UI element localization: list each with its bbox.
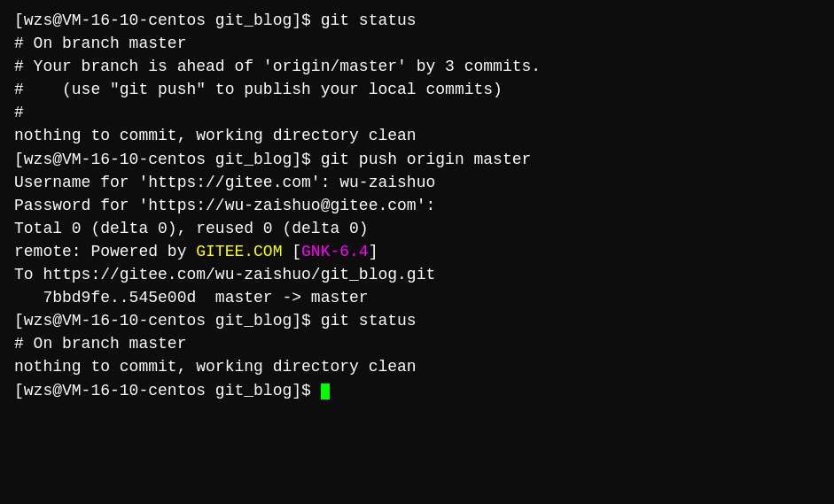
terminal-line: # On branch master [14,32,820,55]
terminal-text: # [14,104,24,121]
terminal-line: [wzs@VM-16-10-centos git_blog]$ git stat… [14,309,820,332]
terminal-line: # Your branch is ahead of 'origin/master… [14,55,820,78]
terminal-text: remote: Powered by [14,243,196,260]
terminal-text: Total 0 (delta 0), reused 0 (delta 0) [14,220,369,237]
terminal-text: Password for 'https://wu-zaishuo@gitee.c… [14,197,435,214]
terminal-text: [ [282,243,301,260]
terminal-text: [wzs@VM-16-10-centos git_blog]$ git stat… [14,312,417,330]
terminal-text: ] [369,243,378,260]
terminal-line: Username for 'https://gitee.com': wu-zai… [14,171,820,194]
terminal-text: # On branch master [14,335,186,353]
terminal-line: [wzs@VM-16-10-centos git_blog]$ git push… [14,148,820,171]
terminal-text: GITEE.COM [196,243,282,260]
terminal-line: # [14,101,820,124]
terminal-text: GNK-6.4 [301,243,369,260]
terminal-text: # (use "git push" to publish your local … [14,81,503,98]
terminal-line: Total 0 (delta 0), reused 0 (delta 0) [14,217,820,240]
terminal-line: To https://gitee.com/wu-zaishuo/git_blog… [14,263,820,286]
terminal-text: # On branch master [14,35,186,52]
terminal-cursor [321,384,330,399]
terminal-text: Username for 'https://gitee.com': wu-zai… [14,174,435,191]
terminal-line: 7bbd9fe..545e00d master -> master [14,286,820,309]
terminal-line: [wzs@VM-16-10-centos git_blog]$ git stat… [14,9,820,32]
terminal-text: [wzs@VM-16-10-centos git_blog]$ git push… [14,151,531,168]
terminal-text: [wzs@VM-16-10-centos git_blog]$ [14,382,321,399]
terminal-line: [wzs@VM-16-10-centos git_blog]$ [14,379,820,402]
terminal-text: To https://gitee.com/wu-zaishuo/git_blog… [14,266,435,283]
terminal-line: Password for 'https://wu-zaishuo@gitee.c… [14,194,820,217]
terminal-text: nothing to commit, working directory cle… [14,358,417,376]
terminal-line: # On branch master [14,332,820,355]
terminal-text: 7bbd9fe..545e00d master -> master [14,289,369,306]
terminal-line: nothing to commit, working directory cle… [14,124,820,147]
terminal: [wzs@VM-16-10-centos git_blog]$ git stat… [14,9,820,495]
terminal-text: [wzs@VM-16-10-centos git_blog]$ git stat… [14,12,417,29]
terminal-line: remote: Powered by GITEE.COM [GNK-6.4] [14,240,820,263]
terminal-text: nothing to commit, working directory cle… [14,127,417,144]
terminal-text: # Your branch is ahead of 'origin/master… [14,58,541,75]
terminal-line: nothing to commit, working directory cle… [14,355,820,378]
terminal-line: # (use "git push" to publish your local … [14,78,820,101]
